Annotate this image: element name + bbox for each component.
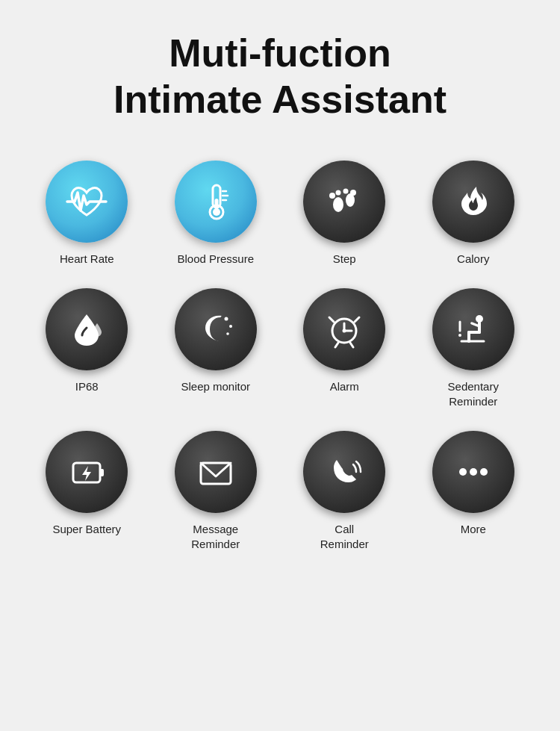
blood-pressure-icon-circle — [175, 161, 257, 243]
svg-point-7 — [333, 197, 343, 212]
feature-sedentary-reminder: Sedentary Reminder — [413, 288, 535, 408]
sedentary-reminder-icon-circle — [432, 288, 514, 370]
svg-point-15 — [226, 332, 229, 335]
svg-rect-5 — [214, 199, 218, 209]
svg-point-37 — [470, 468, 477, 476]
svg-point-13 — [224, 317, 228, 321]
message-reminder-icon-circle — [175, 431, 257, 513]
feature-calory: Calory — [413, 161, 535, 267]
feature-step: Step — [284, 161, 405, 267]
call-reminder-label: Call Reminder — [320, 522, 369, 551]
call-reminder-icon — [322, 450, 367, 494]
sleep-monitor-icon — [193, 307, 238, 352]
ip68-label: IP68 — [75, 379, 99, 394]
ip68-icon — [64, 307, 109, 352]
message-reminder-icon — [193, 450, 238, 494]
more-label: More — [461, 522, 486, 537]
step-label: Step — [333, 252, 356, 267]
svg-line-18 — [355, 317, 359, 322]
heart-rate-label: Heart Rate — [60, 252, 114, 267]
more-icon — [451, 450, 496, 494]
step-icon — [322, 179, 367, 224]
feature-message-reminder: Message Reminder — [155, 431, 277, 551]
super-battery-icon-circle — [46, 431, 128, 513]
feature-heart-rate: Heart Rate — [26, 161, 148, 267]
svg-line-23 — [350, 343, 353, 347]
blood-pressure-label: Blood Pressure — [177, 252, 254, 267]
svg-line-17 — [329, 317, 334, 322]
alarm-label: Alarm — [330, 379, 359, 394]
sleep-monitor-label: Sleep monitor — [181, 379, 250, 394]
svg-point-14 — [229, 325, 232, 328]
svg-point-9 — [329, 193, 335, 199]
feature-super-battery: Super Battery — [26, 431, 148, 551]
page-title: Muti-fuction Intimate Assistant — [113, 30, 447, 123]
title-line1: Muti-fuction — [169, 31, 391, 75]
svg-point-31 — [458, 334, 461, 337]
calory-icon-circle — [432, 161, 514, 243]
sedentary-reminder-label: Sedentary Reminder — [448, 379, 499, 408]
alarm-icon-circle — [303, 288, 385, 370]
feature-alarm: Alarm — [284, 288, 405, 408]
heart-rate-icon-circle — [46, 161, 128, 243]
svg-line-22 — [335, 343, 338, 347]
sleep-monitor-icon-circle — [175, 288, 257, 370]
call-reminder-icon-circle — [303, 431, 385, 513]
feature-more: More — [413, 431, 535, 551]
message-reminder-label: Message Reminder — [191, 522, 240, 551]
alarm-icon — [322, 307, 367, 352]
super-battery-label: Super Battery — [52, 522, 121, 537]
svg-rect-33 — [100, 469, 104, 476]
feature-sleep-monitor: Sleep monitor — [155, 288, 277, 408]
feature-call-reminder: Call Reminder — [284, 431, 405, 551]
svg-point-10 — [336, 190, 341, 195]
features-grid: Heart Rate Blood Pressure — [26, 161, 534, 552]
svg-point-6 — [213, 208, 220, 216]
svg-marker-34 — [82, 466, 91, 481]
calory-label: Calory — [457, 252, 489, 267]
step-icon-circle — [303, 161, 385, 243]
heart-rate-icon — [64, 179, 109, 224]
feature-ip68: IP68 — [26, 288, 148, 408]
svg-point-21 — [343, 329, 346, 333]
sedentary-reminder-icon — [451, 307, 496, 352]
svg-point-36 — [459, 468, 467, 476]
svg-point-12 — [350, 190, 356, 196]
ip68-icon-circle — [46, 288, 128, 370]
feature-blood-pressure: Blood Pressure — [155, 161, 277, 267]
more-icon-circle — [432, 431, 514, 513]
super-battery-icon — [64, 450, 109, 494]
svg-point-11 — [343, 188, 349, 193]
calory-icon — [451, 179, 496, 224]
title-line2: Intimate Assistant — [113, 78, 447, 121]
svg-point-38 — [480, 468, 488, 476]
blood-pressure-icon — [193, 179, 238, 224]
